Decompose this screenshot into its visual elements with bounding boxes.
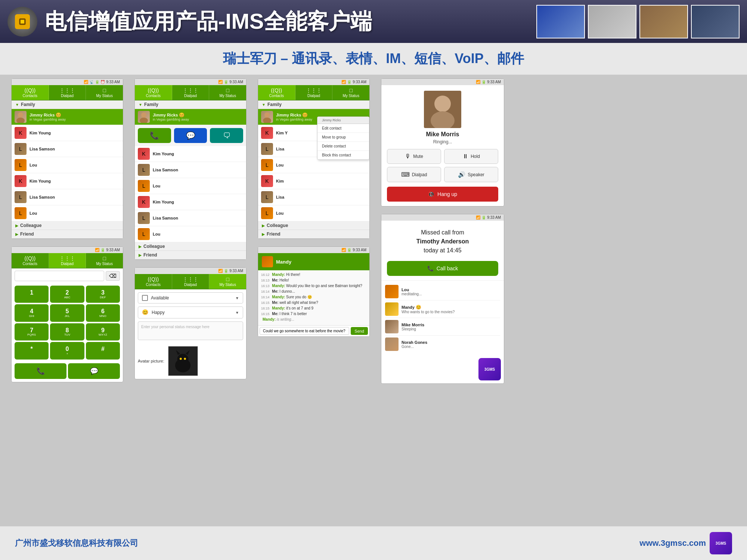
- mood-dropdown[interactable]: 😊 Happy ▼: [138, 307, 243, 318]
- contact-kim-3b[interactable]: K Kim: [258, 173, 369, 189]
- group-colleague-2[interactable]: ▶ Colleague: [135, 242, 246, 251]
- tab-dialpad-ms[interactable]: ⋮⋮⋮ Dialpad: [172, 274, 210, 289]
- group-colleague-3[interactable]: ▶ Colleague: [258, 221, 369, 230]
- speaker-label: Speaker: [468, 172, 484, 177]
- cn-kim-3b: Kim: [276, 179, 366, 183]
- group-family-3[interactable]: ▼ Family: [258, 100, 369, 109]
- status-message-input[interactable]: Enter your personal status message here: [138, 321, 243, 340]
- contact-jimmy-3[interactable]: Jimmy Ricks 😊 in Vegas gambling away Jim…: [258, 109, 369, 125]
- dialpad-call-button[interactable]: ⌨ Dialpad: [387, 167, 441, 182]
- context-block[interactable]: Block this contact: [317, 151, 369, 159]
- chat-action-btn[interactable]: 🗨: [210, 128, 243, 143]
- key-9[interactable]: 9WXYZ: [86, 323, 120, 340]
- availability-indicator: [142, 295, 148, 301]
- msg-3: 16:13 Mandy: Would you like to go and se…: [261, 284, 366, 288]
- tab-contacts-d[interactable]: ((Q)) Contacts: [12, 253, 49, 268]
- tab-status-ms[interactable]: □ My Status: [209, 274, 246, 289]
- key-3[interactable]: 3DEF: [86, 286, 120, 303]
- hangup-button[interactable]: 📵 Hang up: [387, 187, 498, 202]
- tab-dialpad-3[interactable]: ⋮⋮⋮ Dialpad: [295, 85, 333, 100]
- avatar-lou-3b: L: [261, 207, 273, 219]
- contact-jimmy-2[interactable]: Jimmy Ricks 😊 in Vegas gambling away: [135, 109, 246, 125]
- tab-status-d[interactable]: □ My Status: [86, 253, 123, 268]
- contact-kim-young-2[interactable]: K Kim Young: [12, 173, 123, 189]
- tab-status-3[interactable]: □ My Status: [332, 85, 369, 100]
- tab-dialpad-2[interactable]: ⋮⋮⋮ Dialpad: [172, 85, 210, 100]
- message-action-btn[interactable]: 💬: [174, 128, 207, 143]
- text-1: Hi there!: [286, 273, 300, 277]
- tab-dialpad-d[interactable]: ⋮⋮⋮ Dialpad: [49, 253, 86, 268]
- tab-status-2[interactable]: □ My Status: [209, 85, 246, 100]
- dialpad-clear-btn[interactable]: ⌫: [106, 271, 120, 281]
- contact-lisa-1[interactable]: L Lisa Samson: [12, 141, 123, 157]
- key-hash[interactable]: #: [86, 342, 120, 359]
- key-2[interactable]: 2ABC: [50, 286, 84, 303]
- dialpad-call-btn[interactable]: 📞: [15, 363, 66, 379]
- time-2: 9:33 AM: [229, 80, 243, 84]
- contact-kim-young-1[interactable]: K Kim Young: [12, 125, 123, 141]
- hangup-label: Hang up: [437, 191, 457, 197]
- chat-input[interactable]: [260, 327, 349, 335]
- contact-lou-3b[interactable]: L Lou: [258, 205, 369, 221]
- sender-9: Mandy:: [263, 317, 277, 321]
- context-edit[interactable]: Edit contact: [317, 124, 369, 133]
- key-7[interactable]: 7PQRS: [15, 323, 49, 340]
- status-icon-2: □: [211, 87, 245, 93]
- contact-lou-2a[interactable]: L Lou: [135, 178, 246, 194]
- key-star[interactable]: *: [15, 342, 49, 359]
- contact-lisa-2a[interactable]: L Lisa Samson: [135, 162, 246, 178]
- hold-button[interactable]: ⏸ Hold: [444, 149, 498, 164]
- call-action-btn[interactable]: 📞: [138, 128, 171, 143]
- text-2: Hello!: [279, 278, 289, 282]
- dialpad-msg-btn[interactable]: 💬: [68, 363, 120, 379]
- contact-kim-2a[interactable]: K Kim Young: [135, 146, 246, 162]
- group-family-2[interactable]: ▼ Family: [135, 100, 246, 109]
- contact-lisa-3b[interactable]: L Lisa: [258, 189, 369, 205]
- tab-contacts-3[interactable]: ((Q)) Contacts: [258, 85, 295, 100]
- group-friend-header-1[interactable]: ▶ Friend: [12, 230, 123, 239]
- tab-contacts-ms[interactable]: ((Q)) Contacts: [135, 274, 172, 289]
- text-5: Sure you do 🙂: [286, 295, 312, 299]
- key-0[interactable]: 0+: [50, 342, 84, 359]
- contact-lisa-2b[interactable]: L Lisa Samson: [135, 210, 246, 226]
- tab-status-1[interactable]: □ My Status: [86, 85, 123, 100]
- avatar-jimmy-2: [138, 111, 150, 123]
- screen-chat: 📶 🔋 9:33 AM Mandy 16:12 Mandy: Hi there!…: [258, 246, 370, 337]
- tab-contacts-1[interactable]: ((Q)) Contacts: [12, 85, 49, 100]
- key-6[interactable]: 6MNO: [86, 304, 120, 321]
- key-1[interactable]: 1: [15, 286, 49, 303]
- status-icons-chat: 📶 🔋 9:33 AM: [341, 248, 366, 252]
- speaker-button[interactable]: 🔊 Speaker: [444, 167, 498, 182]
- contact-lou-2b[interactable]: L Lou: [135, 226, 246, 242]
- contact-jimmy-ricks[interactable]: Jimmy Ricks 😊 in Vegas gambling away: [12, 109, 123, 125]
- tab-contacts-2[interactable]: ((Q)) Contacts: [135, 85, 172, 100]
- key-4[interactable]: 4GHI: [15, 304, 49, 321]
- contact-lou-1[interactable]: L Lou: [12, 157, 123, 173]
- tab-dialpad-1[interactable]: ⋮⋮⋮ Dialpad: [49, 85, 86, 100]
- chat-send-button[interactable]: Send: [351, 327, 368, 335]
- mute-button[interactable]: 🎙 Mute: [387, 149, 441, 164]
- availability-dropdown[interactable]: Available ▼: [138, 292, 243, 304]
- group-family-header[interactable]: ▼ Family: [12, 100, 123, 109]
- status-mandy-r: Who wants to go to the movies?: [402, 310, 455, 314]
- hold-label: Hold: [471, 154, 480, 159]
- context-delete[interactable]: Delete contact: [317, 142, 369, 151]
- group-family-label-2: Family: [144, 102, 158, 107]
- context-move[interactable]: Move to group: [317, 133, 369, 142]
- screen-my-status: 📶 🔋 9:33 AM ((Q)) Contacts ⋮⋮⋮ Dialpad □…: [134, 267, 247, 379]
- dialpad-input[interactable]: [15, 271, 104, 281]
- key-8[interactable]: 8TUV: [50, 323, 84, 340]
- group-colleague-header-1[interactable]: ▶ Colleague: [12, 221, 123, 230]
- msg-1: 16:12 Mandy: Hi there!: [261, 273, 366, 277]
- contact-lou-2[interactable]: L Lou: [12, 205, 123, 221]
- callback-button[interactable]: 📞 Call back: [387, 261, 498, 276]
- contact-lisa-2[interactable]: L Lisa Samson: [12, 189, 123, 205]
- msg-8: 16:15 Me: I think 7 is better: [261, 312, 366, 316]
- avatar-preview[interactable]: [168, 346, 198, 376]
- group-friend-2[interactable]: ▶ Friend: [135, 251, 246, 259]
- cn-kim-2b: Kim Young: [153, 200, 243, 204]
- contact-kim-2b[interactable]: K Kim Young: [135, 194, 246, 210]
- group-friend-3[interactable]: ▶ Friend: [258, 230, 369, 239]
- tab-dialpad-label-ms: Dialpad: [184, 283, 197, 287]
- key-5[interactable]: 5JKL: [50, 304, 84, 321]
